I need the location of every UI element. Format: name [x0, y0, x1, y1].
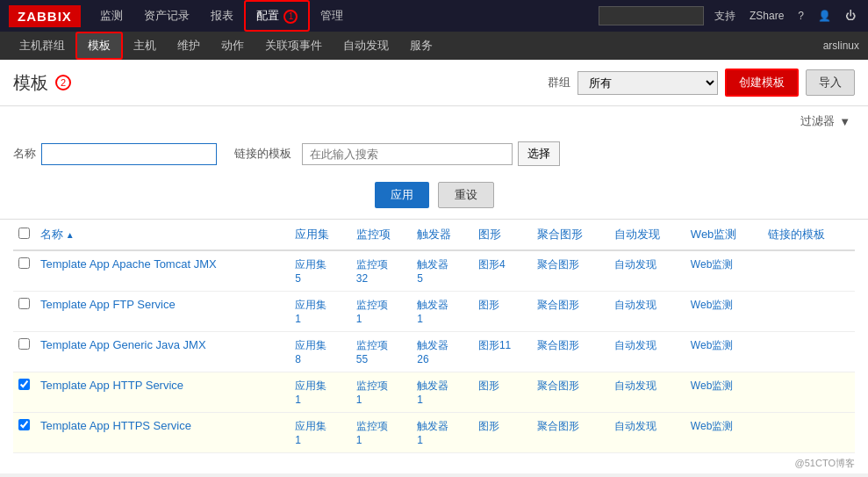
webmonitor-link[interactable]: Web监测 — [691, 420, 733, 432]
monitor-link[interactable]: 监控项1 — [356, 379, 407, 406]
search-input[interactable] — [599, 6, 704, 25]
table-row: Template App Generic Java JMX 应用集8 监控项55… — [13, 332, 855, 372]
select-all-header[interactable] — [13, 220, 35, 250]
col-graph[interactable]: 图形 — [473, 220, 532, 250]
reset-button[interactable]: 重设 — [438, 182, 494, 208]
template-name-link[interactable]: Template App HTTP Service — [40, 379, 183, 392]
nav-report[interactable]: 报表 — [200, 0, 244, 32]
col-trigger[interactable]: 触发器 — [412, 220, 473, 250]
autodiscover-link[interactable]: 自动发现 — [614, 299, 656, 311]
select-button[interactable]: 选择 — [518, 141, 560, 166]
row-checkbox[interactable] — [18, 419, 30, 430]
trigger-link[interactable]: 触发器1 — [417, 379, 468, 406]
graph-link[interactable]: 图形 — [478, 299, 499, 311]
row-autodiscover: 自动发现 — [609, 292, 685, 332]
graph-link[interactable]: 图形4 — [478, 258, 506, 271]
row-appset: 应用集1 — [290, 292, 351, 332]
group-select[interactable]: 所有 — [577, 71, 718, 95]
row-checkbox-cell[interactable] — [13, 413, 35, 453]
appset-link[interactable]: 应用集5 — [295, 257, 346, 285]
webmonitor-link[interactable]: Web监测 — [691, 339, 733, 351]
subnav-correlation[interactable]: 关联项事件 — [255, 32, 333, 60]
trigger-link[interactable]: 触发器1 — [417, 298, 468, 325]
autodiscover-link[interactable]: 自动发现 — [614, 339, 656, 351]
row-webmonitor: Web监测 — [685, 250, 763, 292]
appset-link[interactable]: 应用集1 — [295, 379, 346, 406]
row-checkbox[interactable] — [18, 338, 30, 350]
row-name: Template App HTTPS Service — [35, 413, 290, 453]
col-aggregate[interactable]: 聚合图形 — [532, 220, 608, 250]
col-monitor[interactable]: 监控项 — [351, 220, 412, 250]
autodiscover-link[interactable]: 自动发现 — [614, 379, 656, 392]
row-checkbox[interactable] — [18, 298, 30, 309]
filter-icon[interactable]: ▼ — [839, 115, 850, 128]
row-name: Template App Apache Tomcat JMX — [35, 250, 290, 292]
col-webmonitor[interactable]: Web监测 — [685, 220, 763, 250]
webmonitor-link[interactable]: Web监测 — [691, 299, 733, 311]
appset-link[interactable]: 应用集1 — [295, 419, 346, 446]
col-linked[interactable]: 链接的模板 — [763, 220, 855, 250]
subnav-template[interactable]: 模板 — [75, 32, 123, 60]
col-name[interactable]: 名称 — [35, 220, 290, 250]
webmonitor-link[interactable]: Web监测 — [691, 258, 733, 271]
trigger-link[interactable]: 触发器26 — [417, 338, 468, 365]
graph-link[interactable]: 图形 — [478, 420, 499, 432]
row-checkbox-cell[interactable] — [13, 372, 35, 413]
monitor-link[interactable]: 监控项1 — [356, 298, 407, 325]
subnav-hostgroup[interactable]: 主机群组 — [9, 32, 75, 60]
monitor-link[interactable]: 监控项32 — [356, 257, 407, 285]
row-appset: 应用集1 — [290, 372, 351, 413]
name-input[interactable] — [41, 143, 217, 165]
help-icon[interactable]: ? — [794, 10, 807, 22]
nav-monitor[interactable]: 监测 — [90, 0, 133, 32]
col-autodiscover[interactable]: 自动发现 — [609, 220, 685, 250]
row-appset: 应用集8 — [290, 332, 351, 372]
monitor-link[interactable]: 监控项1 — [356, 419, 407, 446]
template-name-link[interactable]: Template App HTTPS Service — [40, 419, 191, 432]
graph-link[interactable]: 图形11 — [478, 339, 511, 351]
nav-config[interactable]: 配置 1 — [244, 0, 311, 32]
row-checkbox-cell[interactable] — [13, 332, 35, 372]
col-appset[interactable]: 应用集 — [290, 220, 351, 250]
template-name-link[interactable]: Template App Generic Java JMX — [40, 338, 206, 351]
template-name-link[interactable]: Template App FTP Service — [40, 298, 176, 311]
subnav-service[interactable]: 服务 — [399, 32, 443, 60]
aggregate-link[interactable]: 聚合图形 — [537, 420, 579, 432]
trigger-link[interactable]: 触发器5 — [417, 257, 468, 285]
subnav-action[interactable]: 动作 — [211, 32, 255, 60]
row-appset: 应用集1 — [290, 413, 351, 453]
row-checkbox[interactable] — [18, 379, 30, 390]
monitor-link[interactable]: 监控项55 — [356, 338, 407, 365]
aggregate-link[interactable]: 聚合图形 — [537, 379, 579, 392]
user-icon[interactable]: 👤 — [814, 10, 835, 22]
nav-admin[interactable]: 管理 — [310, 0, 354, 32]
aggregate-link[interactable]: 聚合图形 — [537, 258, 579, 271]
create-template-button[interactable]: 创建模板 — [725, 69, 799, 97]
support-link[interactable]: 支持 — [711, 9, 739, 24]
row-checkbox-cell[interactable] — [13, 292, 35, 332]
import-button[interactable]: 导入 — [806, 69, 855, 96]
row-checkbox-cell[interactable] — [13, 250, 35, 292]
template-name-link[interactable]: Template App Apache Tomcat JMX — [40, 257, 217, 271]
aggregate-link[interactable]: 聚合图形 — [537, 339, 579, 351]
subnav-maintenance[interactable]: 维护 — [167, 32, 211, 60]
subnav-discovery[interactable]: 自动发现 — [333, 32, 399, 60]
row-checkbox[interactable] — [18, 257, 30, 269]
subnav-host[interactable]: 主机 — [123, 32, 167, 60]
trigger-link[interactable]: 触发器1 — [417, 419, 468, 446]
apply-button[interactable]: 应用 — [375, 182, 429, 208]
page-header-right: 群组 所有 创建模板 导入 — [548, 69, 855, 97]
power-icon[interactable]: ⏻ — [842, 10, 859, 22]
appset-link[interactable]: 应用集1 — [295, 298, 346, 325]
select-all-checkbox[interactable] — [18, 228, 30, 239]
appset-link[interactable]: 应用集8 — [295, 338, 346, 365]
graph-link[interactable]: 图形 — [478, 379, 499, 392]
filter-actions: 应用 重设 — [13, 173, 855, 215]
share-link[interactable]: ZShare — [746, 10, 787, 22]
linked-search-input[interactable] — [302, 143, 513, 165]
autodiscover-link[interactable]: 自动发现 — [614, 420, 656, 432]
nav-assets[interactable]: 资产记录 — [133, 0, 200, 32]
webmonitor-link[interactable]: Web监测 — [691, 379, 733, 392]
aggregate-link[interactable]: 聚合图形 — [537, 299, 579, 311]
autodiscover-link[interactable]: 自动发现 — [614, 258, 656, 271]
